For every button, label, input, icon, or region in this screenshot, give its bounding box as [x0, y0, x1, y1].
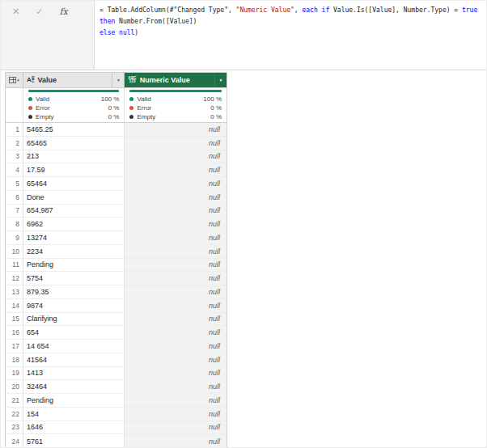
fx-icon[interactable]: fx: [59, 6, 67, 17]
row-number[interactable]: 23: [6, 421, 23, 434]
numeric-value-cell[interactable]: null: [125, 205, 227, 218]
select-all-button[interactable]: ▾: [6, 73, 23, 87]
table-row[interactable]: 15Clarifyingnull: [6, 313, 227, 327]
numeric-value-cell[interactable]: null: [125, 231, 227, 244]
table-row[interactable]: 102234null: [6, 245, 227, 259]
value-cell[interactable]: 879.35: [23, 285, 125, 298]
numeric-value-cell[interactable]: null: [125, 353, 227, 366]
value-cell[interactable]: 654: [23, 326, 125, 339]
row-number[interactable]: 8: [6, 218, 23, 230]
numeric-value-cell[interactable]: null: [125, 299, 227, 312]
value-cell[interactable]: 14 654: [23, 340, 125, 353]
row-number[interactable]: 15: [6, 313, 23, 326]
table-row[interactable]: 417.59null: [6, 163, 227, 177]
row-number[interactable]: 19: [6, 367, 23, 380]
numeric-value-cell[interactable]: null: [125, 259, 227, 272]
value-cell[interactable]: Pending: [23, 394, 125, 407]
row-number[interactable]: 5: [6, 177, 23, 190]
row-number[interactable]: 24: [6, 434, 23, 448]
table-row[interactable]: 86962null: [6, 218, 227, 231]
numeric-value-cell[interactable]: null: [125, 191, 227, 204]
value-cell[interactable]: Pending: [23, 259, 125, 272]
value-cell[interactable]: 65465: [23, 137, 125, 150]
table-row[interactable]: 913274null: [6, 231, 227, 245]
table-row[interactable]: 149874null: [6, 299, 227, 313]
table-row[interactable]: 2032464null: [6, 380, 227, 394]
row-number[interactable]: 10: [6, 245, 23, 258]
row-number[interactable]: 20: [6, 380, 23, 393]
table-row[interactable]: 16654null: [6, 326, 227, 340]
table-row[interactable]: 11Pendingnull: [6, 259, 227, 273]
table-row[interactable]: 15465.25null: [6, 123, 227, 137]
text-type-icon[interactable]: ABC: [27, 77, 35, 83]
numeric-value-cell[interactable]: null: [125, 218, 227, 230]
numeric-value-cell[interactable]: null: [125, 137, 227, 150]
numeric-value-cell[interactable]: null: [125, 123, 227, 136]
row-number[interactable]: 3: [6, 150, 23, 163]
numeric-value-cell[interactable]: null: [125, 163, 227, 176]
numeric-value-cell[interactable]: null: [125, 177, 227, 190]
column-header-numeric-value[interactable]: ABC123 Numeric Value ▼: [125, 73, 227, 87]
value-cell[interactable]: 17.59: [23, 163, 125, 176]
numeric-value-cell[interactable]: null: [125, 408, 227, 421]
numeric-value-cell[interactable]: null: [125, 340, 227, 353]
value-cell[interactable]: 41564: [23, 353, 125, 366]
value-cell[interactable]: 1646: [23, 421, 125, 434]
numeric-value-cell[interactable]: null: [125, 245, 227, 258]
table-row[interactable]: 191413null: [6, 367, 227, 381]
row-number[interactable]: 17: [6, 340, 23, 353]
table-row[interactable]: 7654,987null: [6, 205, 227, 218]
value-cell[interactable]: 154: [23, 408, 125, 421]
numeric-value-cell[interactable]: null: [125, 367, 227, 380]
value-cell[interactable]: 5754: [23, 272, 125, 285]
row-number[interactable]: 9: [6, 231, 23, 244]
filter-dropdown-icon[interactable]: ▼: [214, 73, 227, 87]
table-row[interactable]: 6Donenull: [6, 191, 227, 205]
row-number[interactable]: 11: [6, 259, 23, 272]
table-row[interactable]: 245761null: [6, 434, 227, 448]
value-cell[interactable]: 1413: [23, 367, 125, 380]
value-cell[interactable]: Done: [23, 191, 125, 204]
filter-dropdown-icon[interactable]: ▼: [112, 73, 124, 87]
table-row[interactable]: 22154null: [6, 408, 227, 421]
row-number[interactable]: 22: [6, 408, 23, 421]
value-cell[interactable]: 13274: [23, 231, 125, 244]
table-row[interactable]: 565464null: [6, 177, 227, 191]
table-row[interactable]: 13879.35null: [6, 285, 227, 299]
value-cell[interactable]: 65464: [23, 177, 125, 190]
numeric-value-cell[interactable]: null: [125, 272, 227, 285]
row-number[interactable]: 14: [6, 299, 23, 312]
value-cell[interactable]: 2234: [23, 245, 125, 258]
numeric-value-cell[interactable]: null: [125, 394, 227, 407]
row-number[interactable]: 18: [6, 353, 23, 366]
value-cell[interactable]: 32464: [23, 380, 125, 393]
table-row[interactable]: 125754null: [6, 272, 227, 285]
row-number[interactable]: 2: [6, 137, 23, 150]
row-number[interactable]: 12: [6, 272, 23, 285]
value-cell[interactable]: 6962: [23, 218, 125, 230]
numeric-value-cell[interactable]: null: [125, 313, 227, 326]
numeric-value-cell[interactable]: null: [125, 285, 227, 298]
row-number[interactable]: 16: [6, 326, 23, 339]
value-cell[interactable]: Clarifying: [23, 313, 125, 326]
numeric-value-cell[interactable]: null: [125, 380, 227, 393]
table-row[interactable]: 21Pendingnull: [6, 394, 227, 408]
row-number[interactable]: 6: [6, 191, 23, 204]
row-number[interactable]: 1: [6, 123, 23, 136]
value-cell[interactable]: 213: [23, 150, 125, 163]
table-row[interactable]: 1714 654null: [6, 340, 227, 353]
table-row[interactable]: 265465null: [6, 137, 227, 150]
cancel-icon[interactable]: ✕: [12, 6, 19, 17]
row-number[interactable]: 21: [6, 394, 23, 407]
row-number[interactable]: 7: [6, 205, 23, 218]
numeric-value-cell[interactable]: null: [125, 326, 227, 339]
column-header-value[interactable]: ABC Value ▼: [23, 73, 125, 87]
row-number[interactable]: 13: [6, 285, 23, 298]
formula-code[interactable]: = Table.AddColumn(#"Changed Type", "Nume…: [95, 1, 486, 70]
numeric-value-cell[interactable]: null: [125, 421, 227, 434]
table-row[interactable]: 1841564null: [6, 353, 227, 367]
row-number[interactable]: 4: [6, 163, 23, 176]
value-cell[interactable]: 5465.25: [23, 123, 125, 136]
table-row[interactable]: 3213null: [6, 150, 227, 164]
value-cell[interactable]: 9874: [23, 299, 125, 312]
